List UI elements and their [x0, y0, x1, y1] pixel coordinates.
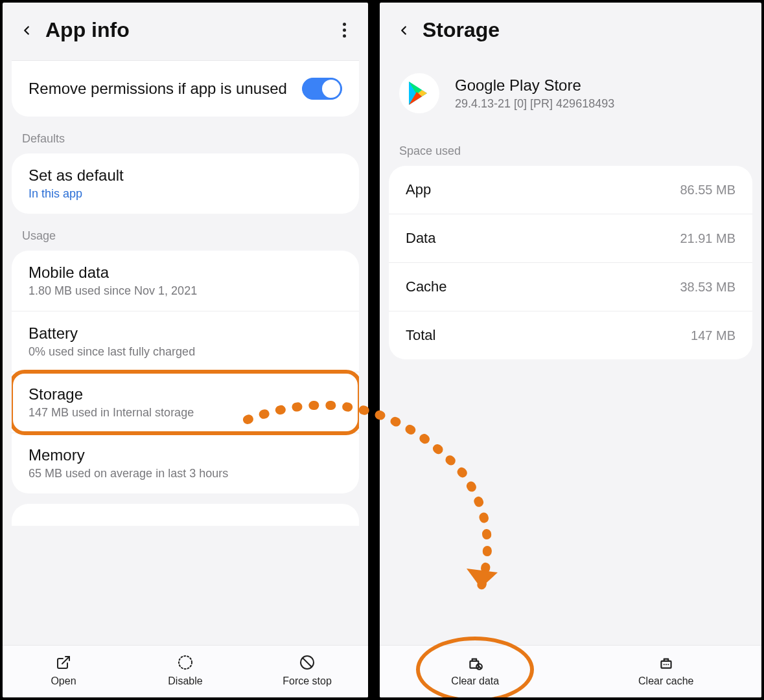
usage-card: Mobile data 1.80 MB used since Nov 1, 20…: [12, 251, 359, 493]
remove-permissions-toggle[interactable]: [302, 78, 342, 100]
section-usage: Usage: [3, 224, 368, 251]
space-app-row: App 86.55 MB: [389, 166, 752, 214]
space-cache-label: Cache: [406, 278, 447, 295]
force-stop-button[interactable]: Force stop: [246, 653, 368, 687]
back-icon[interactable]: [393, 19, 415, 41]
space-cache-value: 38.53 MB: [680, 280, 735, 295]
clear-data-button[interactable]: Clear data: [380, 653, 571, 687]
clear-cache-label: Clear cache: [638, 675, 693, 687]
app-header-text: Google Play Store 29.4.13-21 [0] [PR] 42…: [455, 76, 614, 111]
header: App info: [3, 3, 368, 60]
memory-sub: 65 MB used on average in last 3 hours: [29, 467, 342, 480]
disable-icon: [176, 653, 194, 672]
memory-title: Memory: [29, 446, 342, 464]
disable-label: Disable: [168, 675, 202, 687]
set-as-default-row[interactable]: Set as default In this app: [12, 153, 359, 214]
svg-line-3: [303, 658, 312, 667]
battery-title: Battery: [29, 324, 342, 343]
space-app-value: 86.55 MB: [680, 183, 735, 198]
clear-data-icon: [466, 653, 484, 672]
app-header-block: Google Play Store 29.4.13-21 [0] [PR] 42…: [380, 60, 761, 139]
storage-title: Storage: [29, 385, 342, 403]
more-icon[interactable]: [333, 19, 355, 41]
play-store-icon: [399, 73, 439, 113]
storage-screen: Storage Google Play Store 29.4.13-21 [0]…: [380, 3, 761, 697]
app-name: Google Play Store: [455, 76, 614, 95]
svg-point-1: [179, 656, 192, 669]
space-data-row: Data 21.91 MB: [389, 214, 752, 263]
permissions-card: Remove permissions if app is unused: [12, 60, 359, 117]
page-title: App info: [45, 18, 333, 42]
svg-line-0: [62, 657, 69, 664]
disable-button[interactable]: Disable: [124, 653, 246, 687]
section-defaults: Defaults: [3, 127, 368, 153]
battery-sub: 0% used since last fully charged: [29, 345, 342, 359]
clear-data-label: Clear data: [451, 675, 499, 687]
force-stop-label: Force stop: [283, 675, 332, 687]
space-total-row: Total 147 MB: [389, 311, 752, 359]
clear-cache-button[interactable]: Clear cache: [571, 653, 762, 687]
back-icon[interactable]: [16, 19, 38, 41]
battery-row[interactable]: Battery 0% used since last fully charged: [12, 311, 359, 372]
bottom-bar: Clear data Clear cache: [380, 645, 761, 697]
set-as-default-sub: In this app: [29, 187, 342, 201]
open-label: Open: [51, 675, 76, 687]
cutoff-row: [12, 504, 359, 526]
app-info-screen: App info Remove permissions if app is un…: [3, 3, 368, 697]
space-app-label: App: [406, 181, 431, 198]
storage-sub: 147 MB used in Internal storage: [29, 406, 342, 420]
set-as-default-title: Set as default: [29, 166, 342, 185]
mobile-data-title: Mobile data: [29, 264, 342, 282]
app-version: 29.4.13-21 [0] [PR] 429618493: [455, 97, 614, 111]
space-cache-row: Cache 38.53 MB: [389, 263, 752, 311]
storage-row[interactable]: Storage 147 MB used in Internal storage: [12, 372, 359, 433]
defaults-card: Set as default In this app: [12, 153, 359, 214]
open-icon: [54, 653, 73, 672]
mobile-data-row[interactable]: Mobile data 1.80 MB used since Nov 1, 20…: [12, 251, 359, 311]
space-total-value: 147 MB: [691, 328, 735, 343]
force-stop-icon: [298, 653, 316, 672]
bottom-bar: Open Disable Force stop: [3, 645, 368, 697]
remove-permissions-row[interactable]: Remove permissions if app is unused: [12, 61, 359, 117]
space-used-card: App 86.55 MB Data 21.91 MB Cache 38.53 M…: [389, 166, 752, 359]
section-space-used: Space used: [380, 139, 761, 166]
space-total-label: Total: [406, 327, 435, 344]
open-button[interactable]: Open: [3, 653, 124, 687]
space-data-value: 21.91 MB: [680, 231, 735, 246]
mobile-data-sub: 1.80 MB used since Nov 1, 2021: [29, 284, 342, 298]
memory-row[interactable]: Memory 65 MB used on average in last 3 h…: [12, 433, 359, 493]
space-data-label: Data: [406, 230, 435, 247]
header: Storage: [380, 3, 761, 60]
remove-permissions-label: Remove permissions if app is unused: [29, 78, 302, 98]
clear-cache-icon: [657, 653, 675, 672]
page-title: Storage: [423, 18, 748, 42]
